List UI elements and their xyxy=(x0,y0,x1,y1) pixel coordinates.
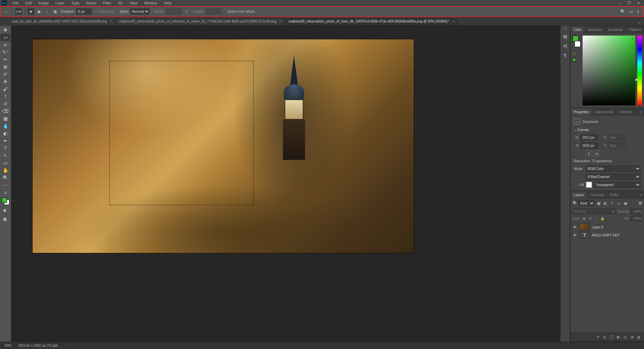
search-icon[interactable]: 🔍 xyxy=(620,9,626,14)
window-close-icon[interactable]: ✕ xyxy=(636,1,641,5)
crop-tool-icon[interactable]: ✂ xyxy=(0,56,10,63)
selection-add-icon[interactable]: ▣ xyxy=(36,8,42,15)
menu-type[interactable]: Type xyxy=(68,0,83,6)
layer-name[interactable]: HOLD SHIFT KEY xyxy=(592,233,620,237)
menu-layer[interactable]: Layer xyxy=(52,0,68,6)
type-tool-icon[interactable]: T xyxy=(0,144,10,152)
layer-mask-icon[interactable]: ◯ xyxy=(609,335,613,339)
eraser-tool-icon[interactable]: ⌫ xyxy=(0,107,10,115)
frame-tool-icon[interactable]: ⊠ xyxy=(0,63,10,71)
window-minimize-icon[interactable]: — xyxy=(617,1,622,5)
paragraph-panel-icon[interactable]: ¶ xyxy=(561,51,569,59)
healing-brush-tool-icon[interactable]: ✜ xyxy=(0,78,10,85)
close-icon[interactable]: × xyxy=(109,19,112,24)
quick-mask-icon[interactable]: ◉ xyxy=(0,207,9,214)
document-canvas[interactable] xyxy=(32,39,414,253)
blur-tool-icon[interactable]: 💧 xyxy=(0,122,10,130)
menu-image[interactable]: Image xyxy=(35,0,52,6)
filter-toggle-icon[interactable] xyxy=(639,202,642,205)
marquee-tool-preset-icon[interactable]: ▭▾ xyxy=(15,8,22,15)
gamut-warning-icon[interactable]: ⚠ xyxy=(573,52,581,56)
dodge-tool-icon[interactable]: ◐ xyxy=(0,130,10,137)
tab-gradients[interactable]: Gradients xyxy=(605,26,626,33)
menu-select[interactable]: Select xyxy=(83,0,100,6)
close-icon[interactable]: × xyxy=(452,19,455,24)
menu-3d[interactable]: 3D xyxy=(115,0,126,6)
hue-slider[interactable]: ▶ xyxy=(637,36,642,105)
tab-swatches[interactable]: Swatches xyxy=(585,26,605,33)
selection-new-icon[interactable]: ■ xyxy=(28,8,34,15)
layer-thumbnail[interactable]: T xyxy=(580,232,589,238)
canvas-viewport[interactable] xyxy=(11,26,560,342)
selection-intersect-icon[interactable]: ▦ xyxy=(52,8,58,15)
menu-view[interactable]: View xyxy=(126,0,141,6)
select-and-mask-button[interactable]: Select and Mask... xyxy=(227,9,258,13)
opacity-input[interactable] xyxy=(631,209,642,214)
fill-swatch[interactable] xyxy=(586,182,592,188)
clone-stamp-tool-icon[interactable]: ⟟ xyxy=(0,93,10,100)
link-layers-icon[interactable]: ⚭ xyxy=(597,335,600,339)
menu-filter[interactable]: Filter xyxy=(100,0,114,6)
history-panel-icon[interactable]: ▤ xyxy=(561,33,569,40)
layer-style-icon[interactable]: fx xyxy=(603,335,606,339)
group-icon[interactable]: 🗀 xyxy=(624,335,627,339)
new-layer-icon[interactable]: ⊞ xyxy=(631,335,634,339)
selection-subtract-icon[interactable]: ▫ xyxy=(44,8,50,15)
pen-tool-icon[interactable]: ✒ xyxy=(0,137,10,144)
fill-select[interactable]: Transparent xyxy=(594,182,641,188)
toolbar-more-icon[interactable]: ⋯ xyxy=(0,181,10,189)
filter-type-icon[interactable]: T xyxy=(609,201,615,206)
orientation-landscape-icon[interactable]: ▭ xyxy=(593,150,600,157)
marquee-selection[interactable] xyxy=(109,61,254,205)
filter-shape-icon[interactable]: ▱ xyxy=(616,201,622,206)
lock-all-icon[interactable]: 🔒 xyxy=(600,216,605,221)
gradient-tool-icon[interactable]: ▦ xyxy=(0,115,10,122)
feather-input[interactable] xyxy=(76,8,92,14)
chevron-left-icon[interactable]: « xyxy=(564,27,566,31)
document-tab-3[interactable]: majkinio69_ultrarealistic_photo_of_town_… xyxy=(285,17,458,25)
color-mode-select[interactable]: RGB Color xyxy=(586,166,641,172)
adjustment-layer-icon[interactable]: ◐ xyxy=(617,335,620,339)
eyedropper-tool-icon[interactable]: ✐ xyxy=(0,71,10,78)
layer-row-0[interactable]: 👁 Layer 0 xyxy=(573,223,642,231)
search-icon[interactable]: 🔍 xyxy=(573,201,577,206)
tab-layers[interactable]: Layers xyxy=(571,191,587,199)
tab-channels[interactable]: Channels xyxy=(587,191,607,199)
brush-tool-icon[interactable]: 🖌 xyxy=(0,85,10,93)
share-icon[interactable]: ⇪ xyxy=(636,9,640,14)
fill-opacity-input[interactable] xyxy=(631,216,642,221)
color-field[interactable] xyxy=(583,36,635,105)
delete-layer-icon[interactable]: 🗑 xyxy=(637,335,641,339)
workspace-icon[interactable]: ▭ xyxy=(629,9,633,14)
screen-mode-icon[interactable]: ▣ xyxy=(0,216,9,222)
canvas-width-input[interactable] xyxy=(581,134,598,140)
canvas-height-input[interactable] xyxy=(581,142,598,148)
filter-adjust-icon[interactable]: ◐ xyxy=(603,201,608,206)
tab-paths[interactable]: Paths xyxy=(607,191,622,199)
menu-edit[interactable]: Edit xyxy=(22,0,35,6)
visibility-toggle-icon[interactable]: 👁 xyxy=(573,233,577,237)
background-swatch[interactable] xyxy=(575,41,581,47)
default-colors-icon[interactable]: ↺ xyxy=(0,189,10,196)
lock-pixels-icon[interactable]: ▦ xyxy=(582,216,587,221)
visibility-toggle-icon[interactable]: 👁 xyxy=(573,225,577,229)
zoom-level[interactable]: 50% xyxy=(5,344,11,347)
status-flyout-icon[interactable]: 〉 xyxy=(64,343,68,348)
move-tool-icon[interactable]: ✥ xyxy=(0,26,10,34)
panel-menu-icon[interactable]: ≡ xyxy=(638,110,644,114)
tab-patterns[interactable]: Patterns xyxy=(626,26,644,33)
layer-thumbnail[interactable] xyxy=(580,224,589,230)
path-select-tool-icon[interactable]: ↖ xyxy=(0,152,10,159)
history-brush-tool-icon[interactable]: ↺ xyxy=(0,100,10,107)
bit-depth-select[interactable]: 8 Bits/Channel xyxy=(586,174,641,180)
style-select[interactable]: Normal xyxy=(130,8,150,14)
shape-tool-icon[interactable]: ▭ xyxy=(0,159,10,167)
menu-help[interactable]: Help xyxy=(161,0,175,6)
lasso-tool-icon[interactable]: ⌯ xyxy=(0,41,10,48)
hue-slider-thumb-icon[interactable]: ▶ xyxy=(636,78,638,81)
panel-menu-icon[interactable]: ≡ xyxy=(638,193,644,197)
lock-position-icon[interactable]: ✥ xyxy=(588,216,593,221)
zoom-tool-icon[interactable]: 🔍 xyxy=(0,174,10,181)
quick-select-tool-icon[interactable]: ✎⁺ xyxy=(0,48,10,56)
orientation-portrait-icon[interactable]: ▯ xyxy=(585,150,592,157)
